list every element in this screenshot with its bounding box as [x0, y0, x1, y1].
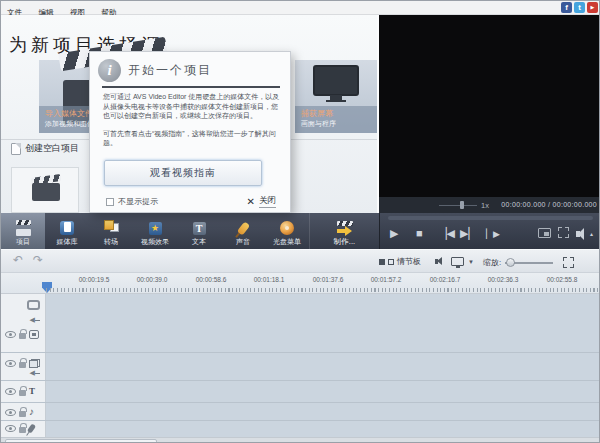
- tab-disc-menu-label: 光盘菜单: [273, 237, 301, 246]
- track-lock-icon[interactable]: [19, 390, 26, 396]
- overlay-track-icon: [29, 359, 40, 368]
- facebook-icon[interactable]: f: [561, 2, 572, 13]
- fit-timeline-icon[interactable]: [563, 257, 574, 268]
- timecode-display: 00:00:00.000 / 00:00:00.000: [501, 201, 597, 208]
- social-links: f t ▶: [561, 2, 598, 13]
- produce-label: 制作...: [334, 237, 355, 246]
- tab-project-label: 项目: [16, 237, 30, 246]
- fullscreen-icon[interactable]: [558, 227, 569, 238]
- close-icon: ✕: [247, 197, 255, 207]
- tab-text-label: 文本: [192, 237, 206, 246]
- ruler-label: 00:00:39.0: [122, 276, 182, 283]
- next-frame-button[interactable]: ▶▏: [460, 226, 477, 240]
- display-mode-caret-icon[interactable]: ▼: [468, 259, 474, 265]
- stop-button[interactable]: ■: [416, 226, 423, 240]
- voice-track-header: [1, 421, 46, 437]
- storyboard-icon: [379, 259, 385, 265]
- redo-button[interactable]: ↷: [33, 253, 43, 267]
- zoom-label: 缩放:: [483, 257, 501, 268]
- info-icon: i: [98, 59, 121, 82]
- tab-project[interactable]: 项目: [1, 213, 45, 249]
- track-lock-icon[interactable]: [19, 411, 26, 417]
- timeline-toolbar: ↶ ↷ 情节板 ▼ 缩放:: [1, 249, 600, 273]
- preview-control-bar: 1x 00:00:00.000 / 00:00:00.000: [379, 197, 600, 213]
- current-project-card[interactable]: [11, 167, 79, 213]
- tab-transitions[interactable]: 转场: [89, 213, 133, 249]
- overlay-track-row[interactable]: ◀: [1, 353, 600, 381]
- text-track-row[interactable]: T: [1, 381, 600, 403]
- horizontal-scrollbar-thumb[interactable]: [5, 439, 157, 443]
- audio-track-row[interactable]: ♪: [1, 403, 600, 421]
- watch-video-guide-button[interactable]: 观看视频指南: [104, 160, 262, 186]
- track-visibility-icon[interactable]: [5, 360, 16, 367]
- tab-text[interactable]: T 文本: [177, 213, 221, 249]
- ruler-label: 00:01:18.1: [239, 276, 299, 283]
- menu-bar: 文件 编辑 视图 帮助 f t ▶: [1, 1, 600, 15]
- voice-track-microphone-icon: [27, 423, 36, 433]
- video-track-row[interactable]: ◀: [1, 294, 600, 353]
- tab-media-library-label: 媒体库: [57, 237, 78, 246]
- star-effect-icon: ★: [149, 222, 162, 235]
- produce-icon: [336, 221, 354, 236]
- dialog-title-underline: [102, 86, 280, 88]
- play-button[interactable]: ▶: [390, 226, 398, 240]
- tab-video-effects[interactable]: ★ 视频效果: [133, 213, 177, 249]
- voice-track-row[interactable]: [1, 421, 600, 437]
- twitter-icon[interactable]: t: [574, 2, 585, 13]
- close-label: 关闭: [259, 195, 276, 208]
- dont-show-label: 不显示提示: [118, 196, 158, 207]
- audio-mute-icon[interactable]: [435, 259, 438, 264]
- timeline-ruler[interactable]: 00:00:19.5 00:00:39.0 00:00:58.6 00:01:1…: [1, 273, 600, 294]
- playhead-marker[interactable]: [42, 282, 52, 293]
- step-forward-button[interactable]: ▏▶: [486, 227, 500, 241]
- text-track-icon: T: [29, 387, 35, 396]
- undo-button[interactable]: ↶: [13, 253, 23, 267]
- dialog-close-button[interactable]: ✕ 关闭: [247, 195, 276, 208]
- trim-left-icon[interactable]: ◀: [30, 369, 40, 377]
- volume-caret-icon[interactable]: ▴: [590, 230, 593, 237]
- playback-speed-value: 1x: [481, 201, 489, 210]
- produce-button[interactable]: 制作...: [309, 213, 379, 249]
- tile-capture-screen[interactable]: 捕获屏幕 画面与程序: [295, 60, 377, 133]
- playback-speed-slider-handle[interactable]: [460, 201, 464, 209]
- ruler-label: 00:01:37.6: [298, 276, 358, 283]
- track-visibility-icon[interactable]: [5, 331, 16, 338]
- category-tabs: 项目 媒体库 转场 ★ 视频效果 T 文本 声音: [1, 213, 309, 249]
- storyboard-toggle[interactable]: 情节板: [379, 256, 421, 267]
- track-lock-icon[interactable]: [19, 427, 26, 433]
- tab-media-library[interactable]: 媒体库: [45, 213, 89, 249]
- video-frame-icon[interactable]: [27, 300, 40, 310]
- text-track-header: T: [1, 381, 46, 402]
- dont-show-again-option[interactable]: 不显示提示: [106, 196, 158, 207]
- volume-icon[interactable]: [576, 231, 580, 237]
- seek-bar[interactable]: [388, 216, 593, 220]
- disc-icon: [280, 221, 294, 235]
- detach-preview-icon[interactable]: [538, 228, 551, 238]
- clapperboard-icon: [32, 183, 60, 201]
- create-blank-project-button[interactable]: 创建空白项目: [11, 142, 79, 155]
- track-lock-icon[interactable]: [19, 362, 26, 368]
- avs-video-editor-window: 文件 编辑 视图 帮助 f t ▶ 为新项目选择源 导入媒体文件 添加视频和图像…: [0, 0, 600, 443]
- horizontal-scrollbar[interactable]: [1, 437, 600, 443]
- track-visibility-icon[interactable]: [5, 388, 16, 395]
- zoom-slider-handle[interactable]: [506, 258, 515, 267]
- tab-video-effects-label: 视频效果: [141, 237, 169, 246]
- main-toolbar: 项目 媒体库 转场 ★ 视频效果 T 文本 声音: [1, 213, 600, 249]
- tab-disc-menu[interactable]: 光盘菜单: [265, 213, 309, 249]
- track-lock-icon[interactable]: [19, 333, 26, 339]
- track-visibility-icon[interactable]: [5, 425, 16, 432]
- microphone-icon: [236, 221, 250, 236]
- display-mode-icon[interactable]: [451, 257, 464, 266]
- youtube-icon[interactable]: ▶: [587, 2, 598, 13]
- playback-speed-slider-track[interactable]: [439, 205, 477, 206]
- text-icon: T: [193, 222, 206, 235]
- previous-frame-button[interactable]: ▕◀: [438, 226, 455, 240]
- timeline-tracks: ◀ ◀: [1, 294, 600, 437]
- storyboard-icon: [388, 259, 394, 265]
- track-visibility-icon[interactable]: [5, 409, 16, 416]
- ruler-label: 00:00:19.5: [64, 276, 124, 283]
- tab-audio[interactable]: 声音: [221, 213, 265, 249]
- storyboard-label: 情节板: [397, 256, 421, 267]
- trim-left-icon[interactable]: ◀: [30, 316, 40, 324]
- dont-show-checkbox[interactable]: [106, 198, 114, 206]
